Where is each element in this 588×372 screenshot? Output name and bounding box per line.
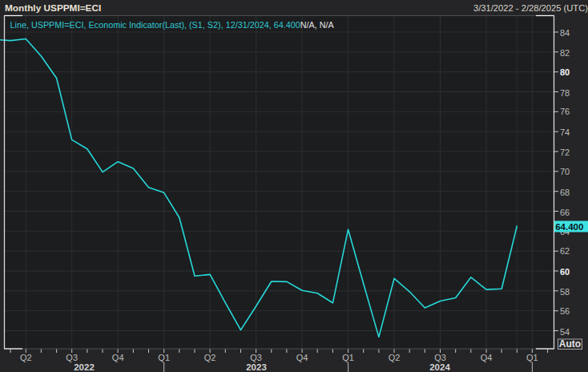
svg-text:82: 82 (560, 48, 570, 58)
svg-text:74: 74 (560, 127, 570, 137)
svg-text:Line, USPPMI=ECI, Economic Ind: Line, USPPMI=ECI, Economic Indicator(Las… (10, 20, 335, 30)
svg-text:Q4: Q4 (296, 353, 308, 362)
svg-text:70: 70 (560, 167, 570, 176)
svg-text:Q1: Q1 (158, 353, 170, 362)
svg-text:3/31/2022 - 2/28/2025 (UTC): 3/31/2022 - 2/28/2025 (UTC) (473, 3, 588, 13)
svg-text:Q2: Q2 (20, 353, 32, 362)
svg-text:2022: 2022 (74, 362, 95, 372)
svg-text:64.400: 64.400 (555, 222, 583, 232)
svg-text:76: 76 (560, 107, 570, 116)
svg-text:58: 58 (560, 287, 570, 297)
svg-text:2023: 2023 (246, 362, 267, 372)
svg-text:66: 66 (560, 208, 570, 217)
svg-text:Q4: Q4 (112, 353, 124, 362)
svg-text:Q2: Q2 (204, 353, 216, 362)
svg-text:Q3: Q3 (434, 353, 446, 362)
svg-text:Auto: Auto (559, 338, 581, 350)
svg-text:Q1: Q1 (526, 353, 538, 362)
svg-text:56: 56 (560, 306, 570, 316)
svg-text:Monthly USPPMI=ECI: Monthly USPPMI=ECI (5, 2, 101, 14)
svg-text:78: 78 (560, 88, 570, 98)
svg-text:72: 72 (560, 148, 570, 157)
svg-text:Q4: Q4 (481, 353, 493, 362)
svg-text:60: 60 (560, 267, 570, 277)
svg-text:68: 68 (560, 188, 570, 197)
svg-text:80: 80 (560, 67, 570, 77)
svg-text:Q1: Q1 (342, 353, 354, 362)
svg-text:Q3: Q3 (66, 353, 78, 362)
svg-text:84: 84 (560, 28, 570, 38)
svg-text:62: 62 (560, 246, 570, 256)
svg-text:Q3: Q3 (250, 353, 262, 362)
svg-text:Q2: Q2 (389, 353, 401, 362)
svg-text:2024: 2024 (429, 362, 450, 372)
svg-text:54: 54 (560, 327, 570, 337)
